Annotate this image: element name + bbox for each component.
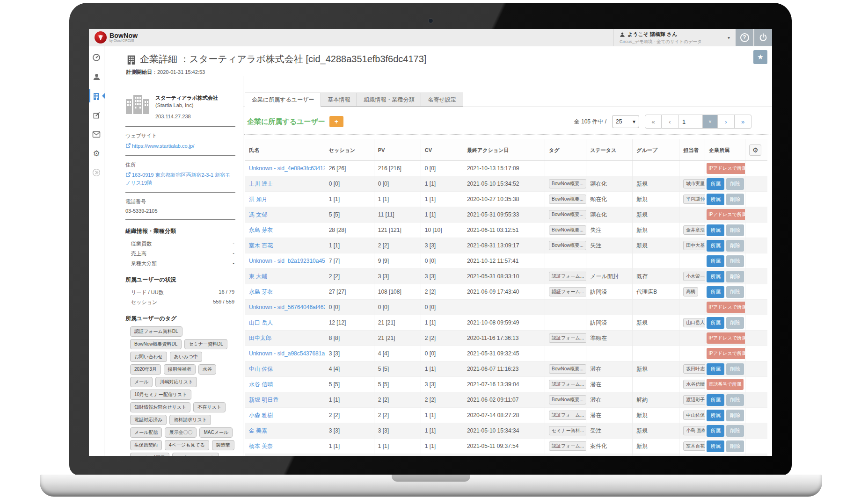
user-tag[interactable]: メール: [130, 377, 153, 387]
delete-button[interactable]: 削除: [726, 255, 744, 267]
belong-button[interactable]: 所属: [707, 363, 724, 375]
user-tag[interactable]: 認証フォーム資料DL: [130, 326, 182, 337]
add-user-button[interactable]: +: [329, 116, 343, 127]
user-name-link[interactable]: 馮 文郁: [249, 211, 267, 218]
owner-chip[interactable]: 山口岳人: [683, 318, 705, 327]
user-tag-chip[interactable]: 認証フォーム...: [549, 333, 586, 343]
user-tag[interactable]: 生保既契約: [130, 440, 162, 450]
page-size-select[interactable]: 25 ▾: [612, 115, 639, 128]
belong-button[interactable]: 所属: [707, 317, 724, 329]
owner-chip[interactable]: 室木百花: [683, 441, 705, 451]
column-header[interactable]: グループ: [633, 139, 679, 161]
delete-button[interactable]: 削除: [726, 178, 744, 190]
belong-button[interactable]: 所属: [707, 440, 724, 452]
user-menu[interactable]: ようこそ 諸橋輝 さん Circus_デモ環境 - 全てのサイトのデータ: [613, 29, 726, 46]
chevron-down-icon[interactable]: ▾: [726, 29, 735, 46]
help-button[interactable]: ?: [736, 29, 753, 46]
user-tag[interactable]: 採用候補者: [164, 364, 196, 375]
table-settings-button[interactable]: ⚙: [749, 144, 761, 156]
column-header[interactable]: 氏名: [245, 139, 325, 161]
user-tag[interactable]: 電話対応済み: [130, 415, 167, 425]
column-header[interactable]: 企業所属: [705, 139, 745, 161]
tab-2[interactable]: 基本情報: [321, 93, 357, 107]
nav-mail[interactable]: [89, 130, 104, 139]
user-tag-chip[interactable]: 認証フォーム...: [549, 380, 586, 389]
tab-1[interactable]: 企業に所属するユーザー: [245, 93, 321, 107]
user-tag-chip[interactable]: 認証フォーム...: [549, 441, 586, 451]
user-name-link[interactable]: 室木 百花: [249, 242, 273, 249]
belong-button[interactable]: 所属: [707, 394, 724, 406]
delete-button[interactable]: 削除: [726, 317, 744, 329]
nav-content-edit[interactable]: [89, 110, 104, 120]
user-tag[interactable]: BowNow概要資料DL: [130, 339, 182, 349]
user-name-link[interactable]: 小森 雅樹: [249, 412, 273, 419]
user-tag[interactable]: 不在リスト: [193, 402, 226, 412]
nav-users[interactable]: [89, 72, 104, 81]
owner-chip[interactable]: 坂田叶志郎: [683, 364, 705, 374]
owner-chip[interactable]: 平岡謙伸: [683, 195, 705, 204]
page-last-button[interactable]: »: [735, 115, 751, 129]
user-tag[interactable]: 製造業: [212, 440, 234, 450]
user-tag[interactable]: 4ページも見てる: [165, 440, 209, 450]
user-name-link[interactable]: 金 美素: [249, 427, 267, 434]
user-tag[interactable]: セミナー資料DL: [184, 339, 227, 349]
delete-button[interactable]: 削除: [726, 271, 744, 282]
column-header[interactable]: タグ: [545, 139, 586, 161]
belong-button[interactable]: 所属: [707, 224, 724, 236]
user-tag[interactable]: 2020年3月: [130, 364, 161, 375]
column-header[interactable]: セッション: [325, 139, 374, 161]
nav-dashboard[interactable]: [89, 53, 104, 62]
column-header[interactable]: ステータス: [586, 139, 633, 161]
user-name-link[interactable]: 上川 達士: [249, 180, 273, 187]
user-tag[interactable]: 知財情報お問合せリスト: [130, 402, 190, 412]
user-tag[interactable]: 水谷: [198, 364, 216, 375]
owner-chip[interactable]: 小木曽一馬: [683, 272, 705, 281]
column-header[interactable]: 担当者: [679, 139, 705, 161]
belong-button[interactable]: 所属: [707, 255, 724, 267]
delete-button[interactable]: 削除: [726, 410, 744, 421]
user-tag[interactable]: MACメール: [199, 427, 233, 438]
column-header[interactable]: PV: [374, 139, 421, 161]
favorite-star-button[interactable]: ★: [753, 50, 767, 64]
user-tag-chip[interactable]: 認証フォーム...: [549, 287, 586, 296]
bownow-logo[interactable]: BowNow by Cloud CIRCUS: [89, 31, 138, 43]
user-name-link[interactable]: 中山 佐保: [249, 366, 273, 372]
user-tag-chip[interactable]: BowNow概要...: [549, 210, 586, 219]
user-tag[interactable]: アプローチリスト: [172, 453, 219, 456]
delete-button[interactable]: 削除: [726, 240, 744, 252]
page-first-button[interactable]: «: [645, 115, 662, 129]
belong-button[interactable]: 所属: [707, 178, 724, 190]
user-tag[interactable]: あいみつ中: [170, 352, 202, 362]
user-name-link[interactable]: Unknown - sid_b2a192310a45e12f1: [249, 258, 325, 264]
user-tag-chip[interactable]: BowNow概要...: [549, 195, 586, 204]
delete-button[interactable]: 削除: [726, 286, 744, 298]
user-tag[interactable]: メール配信: [130, 427, 162, 438]
belong-button[interactable]: 所属: [707, 286, 724, 298]
user-tag-chip[interactable]: BowNow概要...: [549, 364, 586, 374]
user-name-link[interactable]: 東 大輔: [249, 273, 267, 280]
user-name-link[interactable]: Unknown - sid_56764046af4622f22f: [249, 304, 325, 310]
nav-expand[interactable]: [89, 168, 104, 177]
owner-chip[interactable]: 水谷信晴: [683, 380, 705, 389]
tab-3[interactable]: 組織情報・業種分類: [357, 93, 421, 107]
website-link[interactable]: https://www.startialab.co.jp/: [125, 143, 194, 149]
tab-4[interactable]: 名寄せ設定: [421, 93, 463, 107]
user-tag[interactable]: 展示会〇〇: [165, 427, 197, 438]
user-tag[interactable]: 資料請求リスト: [169, 415, 211, 425]
user-name-link[interactable]: 田中太郎: [249, 335, 271, 341]
user-tag-chip[interactable]: 認証フォーム...: [549, 272, 586, 281]
delete-button[interactable]: 削除: [726, 440, 744, 452]
belong-button[interactable]: 所属: [707, 240, 724, 252]
user-name-link[interactable]: Unknown - sid_4e08e3fc634129598: [249, 165, 325, 172]
column-header[interactable]: CV: [421, 139, 463, 161]
address-link[interactable]: 163-0919 東京都新宿区西新宿2-3-1 新宿モノリス19階: [125, 172, 231, 186]
release-button[interactable]: 解除: [707, 456, 724, 456]
owner-chip[interactable]: 金井章浩: [683, 225, 705, 235]
user-name-link[interactable]: 山口 岳人: [249, 319, 273, 326]
delete-button[interactable]: 削除: [726, 394, 744, 406]
page-prev-button[interactable]: ‹: [662, 115, 678, 129]
logout-button[interactable]: [754, 29, 772, 46]
owner-chip[interactable]: 小島 直樹: [683, 426, 705, 435]
user-tag-chip[interactable]: BowNow概要...: [549, 179, 586, 188]
belong-button[interactable]: 所属: [707, 410, 724, 421]
